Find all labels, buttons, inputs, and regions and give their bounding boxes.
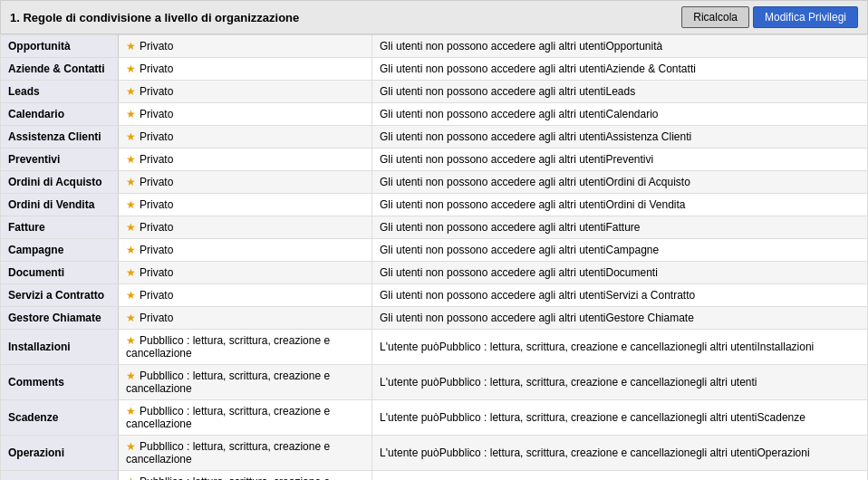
row-name: Leads: [1, 81, 119, 103]
row-description: L'utente puòPubblico : lettura, scrittur…: [372, 436, 868, 471]
row-name: Operazioni: [1, 436, 119, 471]
ricalcola-button[interactable]: Ricalcola: [681, 6, 749, 28]
row-access: ★Pubbllico : lettura, scrittura, creazio…: [119, 365, 372, 400]
star-icon: ★: [126, 221, 136, 234]
table-row: Assistenza Clienti★PrivatoGli utenti non…: [1, 126, 868, 149]
table-row: Documenti★PrivatoGli utenti non possono …: [1, 262, 868, 284]
table-row: Scadenze★Pubbllico : lettura, scrittura,…: [1, 400, 868, 436]
table-row: Opportunità★PrivatoGli utenti non posson…: [1, 35, 868, 58]
star-icon: ★: [126, 198, 136, 211]
star-icon: ★: [126, 266, 136, 279]
row-description: Gli utenti non possono accedere agli alt…: [372, 239, 868, 262]
star-icon: ★: [126, 370, 136, 382]
row-description: Gli utenti non possono accedere agli alt…: [372, 103, 868, 126]
row-description: Gli utenti non possono accedere agli alt…: [372, 171, 868, 194]
row-access: ★Privato: [119, 216, 372, 239]
access-label: Privato: [140, 312, 173, 324]
row-description: L'utente puòPubblico : lettura, scrittur…: [372, 471, 868, 481]
access-label: Privato: [140, 40, 173, 53]
access-label: Pubbllico : lettura, scrittura, creazion…: [126, 475, 330, 480]
row-access: ★Privato: [119, 126, 372, 149]
row-name: Assistenza Clienti: [1, 126, 119, 149]
modifica-privilegi-button[interactable]: Modifica Privilegi: [753, 6, 858, 28]
row-access: ★Privato: [119, 284, 372, 307]
row-access: ★Privato: [119, 103, 372, 126]
access-label: Pubbllico : lettura, scrittura, creazion…: [126, 334, 330, 360]
row-name: Ordini di Acquisto: [1, 171, 119, 194]
star-icon: ★: [126, 108, 136, 120]
row-name: Preventivi: [1, 149, 119, 171]
row-description: Gli utenti non possono accedere agli alt…: [372, 284, 868, 307]
row-description: Gli utenti non possono accedere agli alt…: [372, 58, 868, 81]
row-name: Fatture: [1, 216, 119, 239]
row-description: Gli utenti non possono accedere agli alt…: [372, 81, 868, 103]
row-access: ★Pubbllico : lettura, scrittura, creazio…: [119, 471, 372, 481]
row-name: Calendario: [1, 103, 119, 126]
access-label: Pubbllico : lettura, scrittura, creazion…: [126, 440, 330, 466]
table-row: Progetti★Pubbllico : lettura, scrittura,…: [1, 471, 868, 481]
row-description: Gli utenti non possono accedere agli alt…: [372, 307, 868, 330]
header-buttons: Ricalcola Modifica Privilegi: [681, 6, 858, 28]
table-row: Preventivi★PrivatoGli utenti non possono…: [1, 149, 868, 171]
table-row: Ordini di Acquisto★PrivatoGli utenti non…: [1, 171, 868, 194]
row-access: ★Privato: [119, 262, 372, 284]
row-description: L'utente puòPubblico : lettura, scrittur…: [372, 330, 868, 365]
star-icon: ★: [126, 130, 136, 143]
star-icon: ★: [126, 312, 136, 324]
row-description: Gli utenti non possono accedere agli alt…: [372, 262, 868, 284]
star-icon: ★: [126, 153, 136, 166]
star-icon: ★: [126, 85, 136, 98]
access-label: Privato: [140, 289, 173, 302]
row-description: Gli utenti non possono accedere agli alt…: [372, 216, 868, 239]
row-access: ★Privato: [119, 194, 372, 216]
row-description: Gli utenti non possono accedere agli alt…: [372, 126, 868, 149]
access-label: Privato: [140, 198, 173, 211]
row-access: ★Privato: [119, 149, 372, 171]
access-label: Pubbllico : lettura, scrittura, creazion…: [126, 370, 330, 395]
table-row: Ordini di Vendita★PrivatoGli utenti non …: [1, 194, 868, 216]
star-icon: ★: [126, 244, 136, 256]
star-icon: ★: [126, 440, 136, 453]
row-name: Progetti: [1, 471, 119, 481]
row-name: Opportunità: [1, 35, 119, 58]
table-row: Servizi a Contratto★PrivatoGli utenti no…: [1, 284, 868, 307]
row-access: ★Privato: [119, 171, 372, 194]
table-row: Fatture★PrivatoGli utenti non possono ac…: [1, 216, 868, 239]
row-name: Servizi a Contratto: [1, 284, 119, 307]
row-name: Documenti: [1, 262, 119, 284]
star-icon: ★: [126, 405, 136, 418]
access-label: Privato: [140, 130, 173, 143]
access-label: Privato: [140, 62, 173, 75]
row-access: ★Pubbllico : lettura, scrittura, creazio…: [119, 436, 372, 471]
row-name: Gestore Chiamate: [1, 307, 119, 330]
row-description: Gli utenti non possono accedere agli alt…: [372, 194, 868, 216]
access-label: Privato: [140, 108, 173, 120]
star-icon: ★: [126, 289, 136, 302]
row-name: Scadenze: [1, 400, 119, 436]
access-label: Privato: [140, 244, 173, 256]
access-label: Pubbllico : lettura, scrittura, creazion…: [126, 405, 330, 430]
row-name: Comments: [1, 365, 119, 400]
row-description: L'utente puòPubblico : lettura, scrittur…: [372, 365, 868, 400]
table-row: Leads★PrivatoGli utenti non possono acce…: [1, 81, 868, 103]
table-row: Installazioni★Pubbllico : lettura, scrit…: [1, 330, 868, 365]
star-icon: ★: [126, 475, 136, 480]
page-title: 1. Regole di condivisione a livello di o…: [10, 11, 299, 24]
table-row: Operazioni★Pubbllico : lettura, scrittur…: [1, 436, 868, 471]
access-label: Privato: [140, 266, 173, 279]
row-access: ★Privato: [119, 35, 372, 58]
table-row: Comments★Pubbllico : lettura, scrittura,…: [1, 365, 868, 400]
star-icon: ★: [126, 40, 136, 53]
star-icon: ★: [126, 334, 136, 347]
access-label: Privato: [140, 221, 173, 234]
row-description: L'utente puòPubblico : lettura, scrittur…: [372, 400, 868, 436]
row-name: Installazioni: [1, 330, 119, 365]
table-row: Calendario★PrivatoGli utenti non possono…: [1, 103, 868, 126]
table-row: Gestore Chiamate★PrivatoGli utenti non p…: [1, 307, 868, 330]
access-label: Privato: [140, 85, 173, 98]
row-name: Campagne: [1, 239, 119, 262]
table-row: Aziende & Contatti★PrivatoGli utenti non…: [1, 58, 868, 81]
row-access: ★Privato: [119, 81, 372, 103]
row-access: ★Privato: [119, 58, 372, 81]
row-name: Aziende & Contatti: [1, 58, 119, 81]
